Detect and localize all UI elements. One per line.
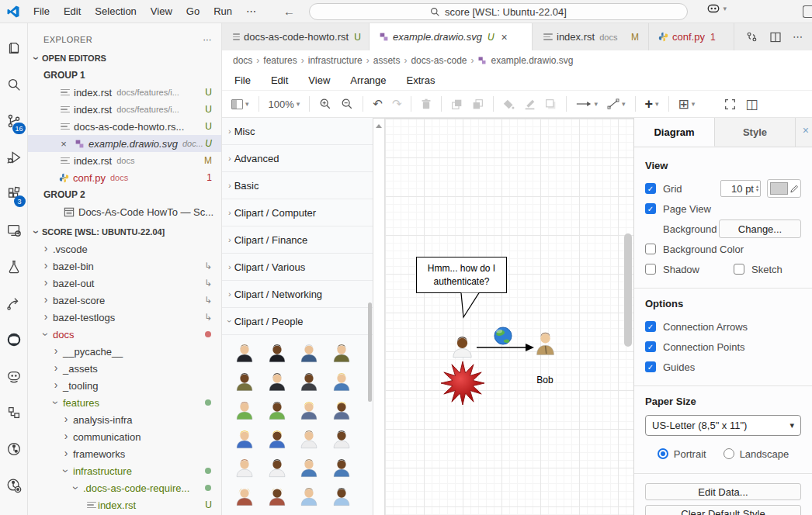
tab-docs-as-code-howto[interactable]: docs-as-code-howto.rst U bbox=[222, 23, 370, 50]
undo-icon[interactable]: ↶ bbox=[373, 97, 383, 111]
command-center-search[interactable]: score [WSL: Ubuntu-22.04] bbox=[309, 3, 688, 20]
tree-item-infrastructure[interactable]: ›infrastructure bbox=[28, 462, 221, 479]
clipart-person[interactable] bbox=[297, 427, 321, 451]
palette-section-clipart-finance[interactable]: ›Clipart / Finance bbox=[222, 226, 373, 254]
layout-panel-icon[interactable] bbox=[803, 5, 812, 18]
delete-icon[interactable] bbox=[421, 99, 432, 110]
tree-item-tooling[interactable]: ›_tooling bbox=[28, 377, 221, 394]
tree-item-assets[interactable]: ›_assets bbox=[28, 360, 221, 377]
portrait-radio[interactable] bbox=[658, 448, 668, 459]
background-color-checkbox[interactable] bbox=[645, 244, 656, 254]
fullscreen-icon[interactable] bbox=[724, 99, 736, 110]
breadcrumb-item-current[interactable]: example.drawio.svg bbox=[491, 55, 573, 66]
tree-item-frameworks[interactable]: ›frameworks bbox=[28, 445, 221, 462]
guides-checkbox[interactable]: ✓ bbox=[645, 361, 656, 372]
clipart-person[interactable] bbox=[297, 341, 321, 365]
menu-selection[interactable]: Selection bbox=[88, 5, 143, 17]
breadcrumb-item[interactable]: features bbox=[263, 55, 297, 66]
shadow-checkbox[interactable] bbox=[645, 264, 656, 275]
sketch-checkbox[interactable] bbox=[734, 264, 744, 275]
clipart-person[interactable] bbox=[265, 485, 289, 508]
menu-overflow-icon[interactable]: ⋯ bbox=[239, 5, 263, 17]
shadow-icon[interactable] bbox=[545, 99, 557, 110]
open-editor-item[interactable]: conf.py docs 1 bbox=[28, 169, 221, 186]
drawio-canvas[interactable]: Hmm... how do I authenticate? bbox=[373, 118, 633, 515]
page-view-checkbox[interactable]: ✓ bbox=[645, 203, 656, 214]
tree-item-docs-as-code-required[interactable]: ›.docs-as-code-require... bbox=[28, 479, 221, 496]
workspace-section-header[interactable]: › SCORE [WSL: UBUNTU-22.04] bbox=[28, 223, 221, 240]
extensions-icon[interactable]: 3 bbox=[0, 175, 28, 212]
copilot-view-icon[interactable] bbox=[0, 358, 28, 394]
grid-checkbox[interactable]: ✓ bbox=[645, 183, 656, 194]
tree-item-bazel-bin[interactable]: ›bazel-bin↳ bbox=[28, 258, 221, 275]
explorer-icon[interactable] bbox=[0, 29, 28, 66]
tree-item-features[interactable]: ›features bbox=[28, 394, 221, 411]
change-background-button[interactable]: Change... bbox=[719, 219, 801, 238]
open-editor-item[interactable]: index.rst docs M bbox=[28, 152, 221, 169]
menu-file[interactable]: File bbox=[26, 5, 57, 17]
scroll-up-icon[interactable] bbox=[376, 124, 382, 128]
copilot-dropdown-icon[interactable]: ▾ bbox=[723, 5, 727, 12]
speech-bubble-shape[interactable]: Hmm... how do I authenticate? bbox=[416, 257, 507, 293]
breadcrumb-item[interactable]: assets bbox=[373, 55, 401, 66]
clipart-person[interactable] bbox=[330, 485, 353, 508]
palette-section-advanced[interactable]: ›Advanced bbox=[222, 145, 373, 172]
org-chart-icon[interactable] bbox=[0, 394, 28, 430]
tree-item-bazel-testlogs[interactable]: ›bazel-testlogs↳ bbox=[28, 309, 221, 326]
breadcrumb-item[interactable]: infrastructure bbox=[308, 55, 363, 66]
insert-dropdown[interactable]: +▾ bbox=[645, 96, 659, 112]
clipart-person[interactable] bbox=[330, 399, 353, 422]
to-back-icon[interactable] bbox=[472, 99, 484, 110]
clipart-person[interactable] bbox=[233, 370, 256, 393]
clipart-person[interactable] bbox=[297, 370, 321, 393]
open-editor-item[interactable]: index.rst docs/features/i... U bbox=[28, 84, 221, 101]
zoom-in-icon[interactable] bbox=[319, 98, 331, 110]
bob-label[interactable]: Bob bbox=[521, 375, 569, 385]
remote-explorer-icon[interactable] bbox=[0, 212, 28, 248]
tree-item-bazel-out[interactable]: ›bazel-out↳ bbox=[28, 275, 221, 292]
git-graph-icon[interactable] bbox=[0, 430, 28, 467]
copilot-icon[interactable] bbox=[706, 2, 720, 15]
share-icon[interactable] bbox=[0, 285, 28, 321]
palette-section-clipart-computer[interactable]: ›Clipart / Computer bbox=[222, 199, 373, 226]
search-view-icon[interactable] bbox=[0, 66, 28, 102]
tab-diagram[interactable]: Diagram bbox=[634, 118, 715, 147]
open-editor-item-webview[interactable]: Docs-As-Code HowTo — Sc... bbox=[28, 203, 221, 220]
tree-item-communication[interactable]: ›communication bbox=[28, 428, 221, 445]
person-shape-bob[interactable] bbox=[533, 327, 557, 359]
more-editor-actions-icon[interactable]: ⋯ bbox=[793, 31, 803, 43]
tree-item-docs[interactable]: ›docs bbox=[28, 326, 221, 343]
menu-view[interactable]: View bbox=[144, 5, 179, 17]
open-editor-item-active[interactable]: × example.drawio.svg doc... U bbox=[28, 135, 221, 152]
clipart-person[interactable] bbox=[233, 341, 256, 365]
paper-size-select[interactable]: US-Letter (8,5" x 11") ▾ bbox=[645, 415, 801, 436]
tree-item-index-rst[interactable]: index.rstU bbox=[28, 496, 221, 513]
grid-color-button[interactable] bbox=[767, 179, 801, 198]
connection-style-dropdown[interactable]: ▾ bbox=[576, 100, 598, 108]
open-editor-item[interactable]: index.rst docs/features/i... U bbox=[28, 101, 221, 118]
edit-data-button[interactable]: Edit Data... bbox=[645, 483, 801, 500]
menu-edit[interactable]: Edit bbox=[57, 5, 88, 17]
zoom-level-dropdown[interactable]: 100%▾ bbox=[269, 99, 300, 110]
connection-arrows-checkbox[interactable]: ✓ bbox=[645, 321, 656, 332]
grid-size-stepper[interactable]: ▴▾ bbox=[756, 185, 758, 192]
run-debug-icon[interactable] bbox=[0, 139, 28, 175]
clipart-person[interactable] bbox=[265, 370, 289, 393]
clipart-person[interactable] bbox=[233, 485, 256, 508]
clipart-person[interactable] bbox=[330, 456, 353, 479]
zoom-out-icon[interactable] bbox=[341, 98, 353, 110]
clipart-person[interactable] bbox=[330, 427, 353, 451]
editor-group-2-header[interactable]: GROUP 2 bbox=[28, 186, 221, 203]
person-shape-alice[interactable] bbox=[449, 333, 475, 361]
clipart-person[interactable] bbox=[265, 456, 289, 479]
format-panel-toggle-icon[interactable]: ◫ bbox=[745, 96, 758, 112]
split-editor-icon[interactable] bbox=[769, 31, 782, 43]
open-editor-item[interactable]: docs-as-code-howto.rs... U bbox=[28, 118, 221, 135]
git-project-manager-icon[interactable] bbox=[0, 467, 28, 503]
tab-style[interactable]: Style bbox=[715, 118, 796, 147]
breadcrumb-item[interactable]: docs-as-code bbox=[411, 55, 467, 66]
editor-group-1-header[interactable]: GROUP 1 bbox=[28, 67, 221, 84]
palette-section-clipart-networking[interactable]: ›Clipart / Networking bbox=[222, 281, 373, 308]
line-color-icon[interactable] bbox=[524, 99, 536, 110]
drawio-menu-arrange[interactable]: Arrange bbox=[350, 74, 386, 86]
